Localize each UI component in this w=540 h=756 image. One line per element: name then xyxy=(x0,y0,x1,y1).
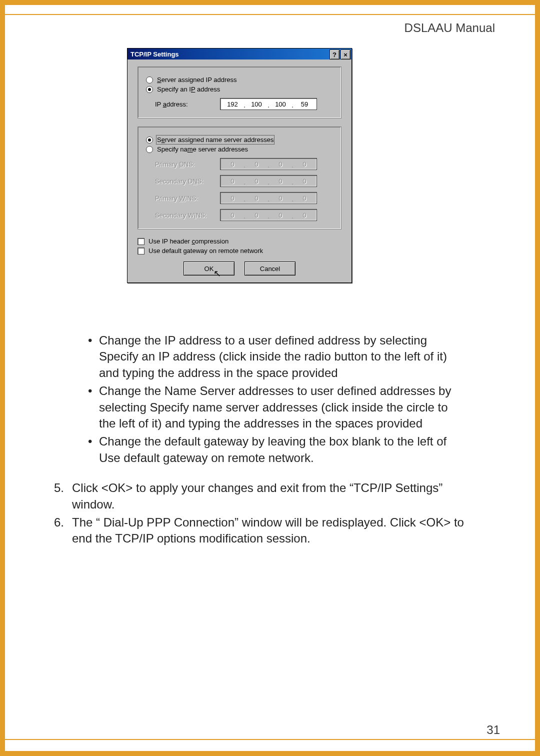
ip-octet[interactable]: 192 xyxy=(222,100,242,108)
instruction-steps: 5. Click <OK> to apply your changes and … xyxy=(54,480,464,547)
page-inner: DSLAAU Manual TCP/IP Settings ? × Server… xyxy=(5,5,535,751)
secondary-wins-input: 0. 0. 0. 0 xyxy=(220,209,317,221)
radio-specify-nameserver[interactable]: Specify name server addresses xyxy=(146,146,333,153)
page-number: 31 xyxy=(486,723,500,737)
ok-button[interactable]: OK ↖ xyxy=(184,262,234,276)
page-outer: DSLAAU Manual TCP/IP Settings ? × Server… xyxy=(0,0,540,756)
secondary-wins-label: Secondary WINS: xyxy=(155,212,220,219)
bullet-item: Change the Name Server addresses to user… xyxy=(88,383,464,432)
radio-icon xyxy=(146,86,153,93)
checkbox-label: Use IP header compression xyxy=(148,238,228,245)
help-button[interactable]: ? xyxy=(330,50,340,60)
radio-specify-ip[interactable]: Specify an IP address xyxy=(146,86,333,93)
primary-dns-label: Primary DNS: xyxy=(155,160,220,168)
cursor-icon: ↖ xyxy=(214,268,221,279)
ip-octet[interactable]: 100 xyxy=(246,100,266,108)
radio-icon xyxy=(146,76,153,84)
ip-octet[interactable]: 59 xyxy=(294,100,314,108)
checkbox-label: Use default gateway on remote network xyxy=(148,247,263,254)
close-button[interactable]: × xyxy=(340,50,350,60)
primary-dns-input: 0. 0. 0. 0 xyxy=(220,158,317,170)
dialog-titlebar: TCP/IP Settings ? × xyxy=(128,48,352,60)
step-item: 6. The “ Dial-Up PPP Connection” window … xyxy=(54,514,464,547)
ip-octet[interactable]: 100 xyxy=(270,100,290,108)
checkbox-icon xyxy=(138,248,144,254)
radio-label: Server assigned name server addresses xyxy=(157,136,274,144)
secondary-dns-label: Secondary DNS: xyxy=(155,178,220,185)
radio-icon xyxy=(146,146,153,153)
step-item: 5. Click <OK> to apply your changes and … xyxy=(54,480,464,512)
radio-label: Specify name server addresses xyxy=(157,146,248,153)
ip-address-label: IP address: xyxy=(155,100,220,108)
radio-icon xyxy=(146,136,153,144)
ip-address-group: Server assigned IP address Specify an IP… xyxy=(138,66,342,118)
primary-wins-label: Primary WINS: xyxy=(155,194,220,202)
nameserver-group: Server assigned name server addresses Sp… xyxy=(138,126,342,230)
ip-address-input[interactable]: 192. 100. 100. 59 xyxy=(220,98,317,110)
bullet-item: Change the IP address to a user defined … xyxy=(88,332,464,381)
bullet-item: Change the default gateway by leaving th… xyxy=(88,434,464,466)
tcpip-settings-dialog: TCP/IP Settings ? × Server assigned IP a… xyxy=(127,48,352,283)
radio-server-assigned-ip[interactable]: Server assigned IP address xyxy=(146,76,333,84)
checkbox-header-compression[interactable]: Use IP header compression xyxy=(138,238,342,245)
footer-rule xyxy=(5,739,535,740)
dialog-title: TCP/IP Settings xyxy=(130,50,179,58)
cancel-button[interactable]: Cancel xyxy=(244,262,296,276)
header-rule xyxy=(5,14,535,15)
dialog-body: Server assigned IP address Specify an IP… xyxy=(128,60,352,282)
manual-title: DSLAAU Manual xyxy=(404,21,495,35)
instruction-bullets: Change the IP address to a user defined … xyxy=(88,332,464,466)
checkbox-icon xyxy=(138,238,144,245)
radio-server-assigned-nameserver[interactable]: Server assigned name server addresses xyxy=(146,136,333,144)
instruction-content: Change the IP address to a user defined … xyxy=(54,332,464,549)
primary-wins-input: 0. 0. 0. 0 xyxy=(220,192,317,204)
radio-label: Server assigned IP address xyxy=(157,76,236,84)
radio-label: Specify an IP address xyxy=(157,86,220,93)
secondary-dns-input: 0. 0. 0. 0 xyxy=(220,175,317,187)
checkbox-default-gateway[interactable]: Use default gateway on remote network xyxy=(138,247,342,254)
